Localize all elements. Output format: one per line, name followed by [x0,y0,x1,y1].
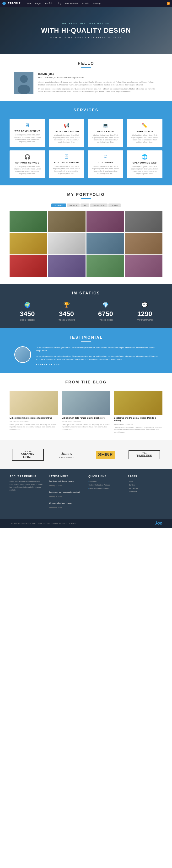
service-desc: Ut sit adipiscing lorem dolor. Ut sit ad… [12,165,43,175]
stat-item: 💬 1290 Word Comments [127,302,163,321]
statistics-section: IM STATICS 🌍 3450 Global Projects 🏆 3450… [0,284,172,328]
service-title: COPYWRITE [90,161,121,164]
nav-links[interactable]: Home Pages Portfolio Blog Post Formats J… [24,1,102,5]
portfolio-item[interactable] [9,255,47,277]
portfolio-item[interactable] [9,233,47,254]
hello-content: Kelvin (Mr.) Hello I'm Kelvin, Graphic &… [14,72,158,94]
news-item: Excepteur sint occaecat cupidatatJanuary… [49,491,83,500]
service-title: OPENSOURCE WEB [129,162,160,164]
portfolio-item[interactable] [125,233,163,254]
services-section: SERVICES WEB DEVELOPMENT Ut sit adipisci… [0,101,172,185]
pages-link-item[interactable]: Testimonial [128,490,163,493]
service-desc: Ut sit adipiscing lorem dolor. Ut sit ad… [90,134,121,143]
copyright-text: This template is designed by LT Profile … [9,522,77,524]
service-icon [90,123,121,128]
news-date: January 10, 2014 [49,496,62,497]
hello-body2: Ut sem sapien, consectetur adipiscing el… [38,88,158,93]
hero-subtitle: Professional Web Design [63,22,110,25]
nav-pages[interactable]: Pages [34,1,43,5]
service-icon [90,154,121,159]
service-card: WEB MASTER Ut sit adipiscing lorem dolor… [88,119,123,147]
portfolio-item[interactable] [125,255,163,277]
pages-link-item[interactable]: Services [128,484,163,487]
hero-title: WITH HI-QUALITY DESIGN [41,27,131,34]
blog-post-desc: Lorem ipsum dolor sit amet, consectetur … [62,424,110,430]
nav-post-formats[interactable]: Post Formats [63,1,79,5]
filter-button[interactable]: DESIGN [108,204,121,207]
footer-pages: Pages HomeServicesMy PortfolioTestimonia… [128,475,163,513]
portfolio-item[interactable] [87,233,124,254]
portfolio-item[interactable] [48,211,85,232]
blog-card: Lid est laborum dolo rumes fugats untras… [9,391,58,433]
portfolio-section: MY PORTFOLIO SHOW ALLJOOMLAPHPWORDPRESSD… [0,185,172,284]
service-icon [129,154,160,160]
stat-icon: 💎 [88,302,123,308]
footer: About LT Profile Lid est laborum dolo ru… [0,469,172,519]
blog-meta: Jan 2014 — 0 Comments [114,424,163,425]
footer-grid: About LT Profile Lid est laborum dolo ru… [9,475,163,513]
bottom-bar: This template is designed by LT Profile … [0,519,172,528]
testimonial-text: Lid est laborum dolo rumes fugats untras… [36,346,158,366]
quick-link-item[interactable]: Latest Customized Package [89,484,123,487]
nav-joomla[interactable]: Joomla! [80,1,91,5]
nav-home[interactable]: Home [24,1,33,5]
portfolio-filters[interactable]: SHOW ALLJOOMLAPHPWORDPRESSDESIGN [9,204,163,207]
testimonial-quote1: Lid est laborum dolo rumes fugats untras… [36,346,158,352]
quick-link-item[interactable]: Display Recommendations [89,487,123,490]
logos-section: IN THE CREATIVE CORE James EARL JAMES SH… [0,440,172,469]
service-desc: Ut sit adipiscing lorem dolor. Ut sit ad… [51,165,82,175]
portfolio-item[interactable] [48,233,85,254]
service-desc: Ut sit adipiscing lorem dolor. Ut sit ad… [90,165,121,175]
nav-portfolio[interactable]: Portfolio [44,1,55,5]
blog-image [62,391,110,415]
service-card: HOSTING & SERVER Ut sit adipiscing lorem… [49,150,84,178]
pages-link-item[interactable]: Home [128,480,163,484]
testimonial-title: TESTIMONIAL [14,335,158,342]
portfolio-item[interactable] [125,211,163,232]
stat-item: 🏆 3450 Projects Complete [49,302,84,321]
blog-post-desc: Lorem ipsum dolor sit amet, consectetur … [9,424,58,430]
footer-quick-links-title: Quick Links [89,475,123,478]
service-title: LOGO DESIGN [129,130,160,132]
portfolio-item[interactable] [48,255,85,277]
service-desc: Ut sit adipiscing lorem dolor. Ut sit ad… [129,165,160,175]
nav-blog[interactable]: Blog [55,1,63,5]
blog-meta: Jan 2014 — 0 Comments [62,421,110,422]
svg-point-1 [20,75,28,83]
filter-button[interactable]: WORDPRESS [90,204,107,207]
filter-button[interactable]: JOOMLA [67,204,79,207]
quick-link-item[interactable]: About Me [89,480,123,484]
service-card: OPENSOURCE WEB Ut sit adipiscing lorem d… [127,150,163,178]
filter-button[interactable]: PHP [80,204,89,207]
stat-label: Word Comments [127,319,163,321]
hero-section: Professional Web Design WITH HI-QUALITY … [0,7,172,54]
blog-card: Lid laborum dolo rumes Online Bookstore … [62,391,110,433]
avatar [14,72,33,94]
service-icon [51,123,82,128]
hello-text: Kelvin (Mr.) Hello I'm Kelvin, Graphic &… [38,72,158,93]
nav-ka-blog[interactable]: Ka Blog [91,1,102,5]
pages-link-item[interactable]: My Portfolio [128,487,163,490]
testimonial-author: KATHARINE SAM [36,364,158,366]
footer-about-title: About LT Profile [9,475,44,478]
service-icon [12,123,43,128]
portfolio-item[interactable] [87,255,124,277]
portfolio-item[interactable] [87,211,124,232]
portfolio-item[interactable] [9,211,47,232]
joomla-badge: J [167,2,170,5]
footer-quick-links: Quick Links About MeLatest Customized Pa… [89,475,123,513]
filter-button[interactable]: SHOW ALL [51,204,66,207]
testimonial-quote2: Lid est laborum dolo rumes fugats untras… [36,355,158,361]
news-date: January 08, 2014 [49,506,62,508]
hero-description: WEB DESIGN TURI I CREATIVE DESIGN [50,36,122,38]
footer-about: About LT Profile Lid est laborum dolo ru… [9,475,44,513]
service-title: SUPPORT SERVICE [12,162,43,164]
logo-james: James EARL JAMES [49,449,85,461]
logos-grid: IN THE CREATIVE CORE James EARL JAMES SH… [9,446,163,463]
stat-label: Global Projects [9,319,45,321]
stat-number: 3450 [49,310,84,318]
blog-grid: Lid est laborum dolo rumes fugats untras… [9,391,163,433]
navigation[interactable]: LT PROFILE Home Pages Portfolio Blog Pos… [0,0,172,7]
blog-image [9,391,58,415]
footer-news-title: Latest News [49,475,83,478]
